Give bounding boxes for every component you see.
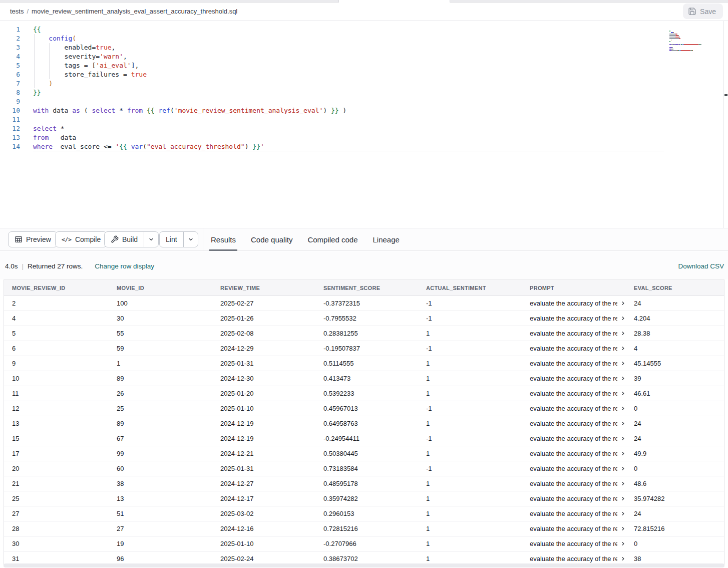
- expand-prompt-icon[interactable]: [620, 376, 626, 381]
- prompt-preview-text: evaluate the accuracy of the res…: [530, 345, 617, 352]
- code-line[interactable]: {{: [33, 25, 664, 34]
- prompt-cell: evaluate the accuracy of the res…: [522, 435, 626, 442]
- expand-prompt-icon[interactable]: [620, 511, 626, 516]
- table-cell: 0.5392233: [315, 390, 418, 397]
- prompt-cell: evaluate the accuracy of the res…: [522, 495, 626, 502]
- prompt-cell: evaluate the accuracy of the res…: [522, 480, 626, 487]
- expand-prompt-icon[interactable]: [620, 346, 626, 351]
- line-number: 3: [0, 43, 20, 52]
- table-cell: 27: [109, 525, 212, 532]
- table-cell: 0.64958763: [315, 420, 418, 427]
- eval-score-cell: 49.9: [626, 450, 724, 457]
- change-row-display-link[interactable]: Change row display: [95, 262, 154, 270]
- expand-prompt-icon[interactable]: [620, 541, 626, 546]
- lint-dropdown-button[interactable]: [183, 232, 198, 247]
- expand-prompt-icon[interactable]: [620, 481, 626, 486]
- code-line[interactable]: ): [33, 79, 664, 88]
- table-cell: 89: [109, 420, 212, 427]
- code-line[interactable]: from data: [33, 133, 664, 142]
- table-cell: 99: [109, 450, 212, 457]
- code-line[interactable]: with data as ( select * from {{ ref('mov…: [33, 106, 664, 115]
- column-header: MOVIE_ID: [109, 285, 212, 291]
- expand-prompt-icon[interactable]: [620, 391, 626, 396]
- table-cell: -1: [418, 405, 522, 412]
- table-cell: 10: [4, 375, 109, 382]
- expand-prompt-icon[interactable]: [620, 301, 626, 306]
- save-button[interactable]: Save: [683, 4, 723, 19]
- download-csv-link[interactable]: Download CSV: [678, 262, 724, 270]
- compile-button-label: Compile: [75, 235, 101, 243]
- expand-prompt-icon[interactable]: [620, 316, 626, 321]
- code-line[interactable]: select *: [33, 124, 664, 133]
- code-line[interactable]: where eval_score <= '{{ var("eval_accura…: [33, 142, 664, 151]
- table-cell: 1: [418, 390, 522, 397]
- horizontal-scrollbar[interactable]: [4, 563, 724, 567]
- table-cell: 0.38673702: [315, 555, 418, 562]
- table-cell: 1: [418, 540, 522, 547]
- table-cell: -0.7955532: [315, 315, 418, 322]
- expand-prompt-icon[interactable]: [620, 496, 626, 501]
- prompt-cell: evaluate the accuracy of the res…: [522, 465, 626, 472]
- lint-button[interactable]: Lint: [160, 232, 183, 247]
- table-cell: 2025-01-10: [212, 540, 315, 547]
- sql-editor[interactable]: 1234567891011121314 {{ config( enabled=t…: [0, 21, 728, 228]
- line-number: 9: [0, 97, 20, 106]
- prompt-preview-text: evaluate the accuracy of the res…: [530, 480, 617, 487]
- tab-compiled-code[interactable]: Compiled code: [300, 228, 365, 251]
- prompt-cell: evaluate the accuracy of the res…: [522, 420, 626, 427]
- table-cell: 0.48595178: [315, 480, 418, 487]
- table-cell: 1: [418, 420, 522, 427]
- expand-prompt-icon[interactable]: [620, 406, 626, 411]
- table-cell: 1: [418, 360, 522, 367]
- expand-prompt-icon[interactable]: [620, 466, 626, 471]
- code-line[interactable]: store_failures = true: [33, 70, 664, 79]
- table-cell: -0.2707966: [315, 540, 418, 547]
- code-line[interactable]: tags = ['ai_eval'],: [33, 61, 664, 70]
- preview-button[interactable]: Preview: [8, 231, 58, 247]
- tab-code-quality[interactable]: Code quality: [243, 228, 300, 251]
- minimap[interactable]: [669, 27, 721, 48]
- compile-button[interactable]: </> Compile: [55, 231, 107, 247]
- code-line[interactable]: enabled=true,: [33, 43, 664, 52]
- code-line[interactable]: severity='warn',: [33, 52, 664, 61]
- table-cell: 0.72815216: [315, 525, 418, 532]
- table-cell: 2025-01-31: [212, 360, 315, 367]
- results-tab-bar: ResultsCode qualityCompiled codeLineage: [203, 228, 407, 251]
- editor-scrollbar-track[interactable]: [723, 21, 724, 228]
- table-cell: 20: [4, 465, 109, 472]
- code-line[interactable]: config(: [33, 34, 664, 43]
- prompt-cell: evaluate the accuracy of the res…: [522, 300, 626, 307]
- tab-lineage[interactable]: Lineage: [365, 228, 407, 251]
- code-area[interactable]: {{ config( enabled=true, severity='warn'…: [33, 25, 664, 151]
- eval-score-cell: 28.38: [626, 330, 724, 337]
- code-line[interactable]: }}: [33, 88, 664, 97]
- table-cell: 2: [4, 300, 109, 307]
- table-cell: -1: [418, 300, 522, 307]
- tab-results[interactable]: Results: [203, 228, 243, 251]
- expand-prompt-icon[interactable]: [620, 331, 626, 336]
- build-dropdown-button[interactable]: [144, 232, 158, 247]
- table-cell: 1: [418, 495, 522, 502]
- table-row: 15672024-12-19-0.24954411-1evaluate the …: [4, 431, 724, 446]
- eval-score-cell: 48.6: [626, 480, 724, 487]
- expand-prompt-icon[interactable]: [620, 556, 626, 561]
- table-cell: 25: [4, 495, 109, 502]
- rows-returned-text: Returned 27 rows.: [28, 262, 83, 270]
- build-button[interactable]: Build: [105, 232, 144, 247]
- expand-prompt-icon[interactable]: [620, 436, 626, 441]
- prompt-preview-text: evaluate the accuracy of the res…: [530, 375, 617, 382]
- table-cell: 51: [109, 510, 212, 517]
- expand-prompt-icon[interactable]: [620, 451, 626, 456]
- line-number: 12: [0, 124, 20, 133]
- code-line[interactable]: [33, 115, 664, 124]
- code-line[interactable]: [33, 97, 664, 106]
- expand-prompt-icon[interactable]: [620, 526, 626, 531]
- table-cell: 30: [109, 315, 212, 322]
- expand-prompt-icon[interactable]: [620, 361, 626, 366]
- table-cell: 30: [4, 540, 109, 547]
- column-header: SENTIMENT_SCORE: [315, 285, 418, 291]
- file-header-bar: tests/movie_review_sentiment_analysis_ev…: [0, 3, 728, 21]
- expand-prompt-icon[interactable]: [620, 421, 626, 426]
- line-number: 6: [0, 70, 20, 79]
- table-cell: 26: [109, 390, 212, 397]
